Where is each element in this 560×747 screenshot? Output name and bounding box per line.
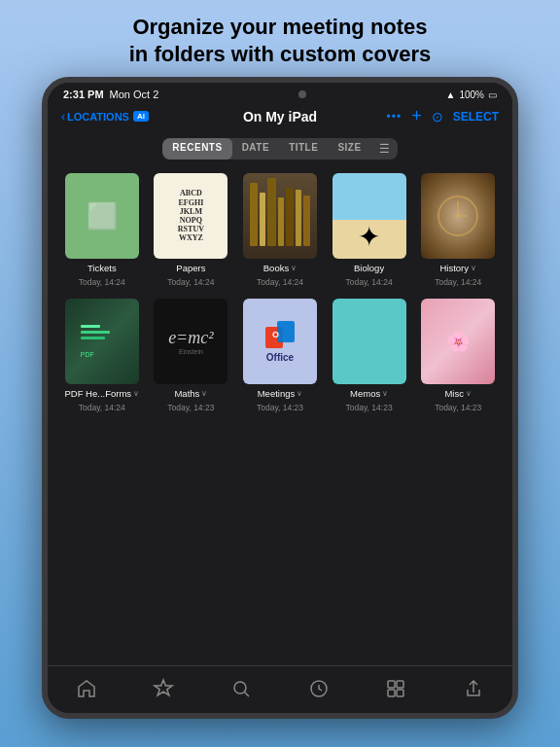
headline-line2: in folders with custom covers [129,42,432,66]
chevron-down-icon: ∨ [466,389,472,398]
home-icon [76,678,97,699]
clock-icon [308,678,330,699]
chevron-down-icon: ∨ [297,389,302,398]
book-spine [286,188,294,246]
file-cover-misc: 🌸 [421,299,495,384]
svg-point-3 [456,214,460,218]
clock-svg [434,187,482,245]
sort-tab-size[interactable]: SIZE [328,138,370,160]
file-cover-biology: ✦ [332,173,406,259]
tab-recent[interactable] [299,674,338,703]
office-logo-svg: O [265,321,295,350]
top-nav: ‹ LOCATIONS AI On My iPad ••• + ⊙ SELECT [48,102,512,130]
ai-badge[interactable]: AI [133,111,149,122]
sort-tab-title[interactable]: TITLE [279,138,328,160]
einstein-formula: e=mc² [168,329,214,346]
svg-point-7 [234,682,246,694]
tab-favorites[interactable] [144,674,183,703]
office-logo: O Office [265,321,295,363]
more-button[interactable]: ••• [387,110,402,124]
file-name: Meetings [258,388,296,399]
grid-icon [385,678,406,699]
flower-emoji: 🌸 [446,329,471,354]
einstein-label: Einstein [179,348,203,355]
file-date: Today, 14:24 [167,277,214,287]
pdf-line [81,331,110,334]
headline: Organize your meeting notes in folders w… [110,0,451,77]
file-date: Today, 14:24 [435,277,481,287]
file-name: Biology [354,263,384,273]
chevron-down-icon: ∨ [471,264,476,272]
options-button[interactable]: ⊙ [432,109,443,124]
tab-search[interactable] [222,674,261,703]
file-date: Today, 14:23 [346,403,393,412]
svg-line-8 [245,693,250,697]
book-spine [260,193,265,246]
office-text: Office [266,352,294,363]
list-item[interactable]: Books ∨ Today, 14:24 [241,173,319,287]
file-cover-maths: e=mc² Einstein [154,299,228,384]
file-cover-memos [332,299,406,384]
file-name: Misc [444,388,464,399]
sort-tab-date[interactable]: DATE [232,138,279,160]
add-button[interactable]: + [411,106,422,126]
svg-rect-11 [397,681,403,688]
select-button[interactable]: SELECT [453,110,499,124]
pdf-label: PDF [81,351,94,358]
file-date: Today, 14:24 [79,403,125,412]
tab-share[interactable] [454,674,493,703]
file-cover-history [421,173,495,259]
device-frame: 2:31 PM Mon Oct 2 ▲ 100% ▭ ‹ LOCATIONS A… [42,77,518,719]
folder-icon: ⬜ [87,201,118,231]
file-date: Today, 14:24 [346,277,393,287]
file-name: Maths [174,388,199,399]
file-name: Tickets [88,263,117,273]
status-bar: 2:31 PM Mon Oct 2 ▲ 100% ▭ [48,83,512,102]
file-name: Books [263,263,289,273]
sort-tab-recents[interactable]: RECENTS [162,138,231,160]
papers-text: ABCDEFGHIJKLMNOPQRSTUVWXYZ [178,189,204,242]
battery-label: 100% [459,89,484,100]
file-name: Papers [176,263,205,273]
tab-home[interactable] [67,674,106,703]
file-date: Today, 14:23 [257,403,303,412]
chevron-down-icon: ∨ [382,389,388,398]
tab-bar [48,665,512,713]
search-icon [230,678,252,699]
svg-text:O: O [272,330,279,339]
nav-title: On My iPad [207,109,353,124]
svg-rect-5 [277,321,295,342]
list-item[interactable]: ⬜ Tickets Today, 14:24 [63,173,141,287]
list-item[interactable]: ✦ Biology Today, 14:24 [331,173,408,287]
file-date: Today, 14:23 [167,403,214,412]
list-item[interactable]: Memos ∨ Today, 14:23 [331,299,408,412]
status-icons: ▲ 100% ▭ [446,89,497,100]
list-item[interactable]: e=mc² Einstein Maths ∨ Today, 14:23 [153,299,230,412]
files-grid: ⬜ Tickets Today, 14:24 ABCDEFGHIJKLMNOPQ… [48,165,512,428]
tab-browse[interactable] [376,674,415,703]
sort-tab-list[interactable]: ☰ [371,138,398,160]
chevron-down-icon: ∨ [133,389,139,398]
book-spine [278,197,284,246]
sort-tabs: RECENTS DATE TITLE SIZE ☰ [162,138,397,160]
list-item[interactable]: History ∨ Today, 14:24 [419,173,497,287]
file-cover-books [243,173,317,259]
file-name: History [439,263,469,273]
file-cover-pdf: PDF [65,299,139,384]
file-name: PDF He...Forms [64,388,131,399]
list-item[interactable]: PDF PDF He...Forms ∨ Today, 14:24 [63,299,141,412]
nav-right: ••• + ⊙ SELECT [353,106,499,126]
file-name: Memos [350,388,380,399]
nav-left: ‹ LOCATIONS AI [61,110,207,124]
file-date: Today, 14:24 [257,277,303,287]
list-item[interactable]: 🌸 Misc ∨ Today, 14:23 [419,299,497,412]
nav-back-button[interactable]: ‹ LOCATIONS [61,110,129,124]
list-item[interactable]: ABCDEFGHIJKLMNOPQRSTUVWXYZ Papers Today,… [153,173,230,287]
svg-rect-12 [388,690,395,696]
file-date: Today, 14:24 [79,277,125,287]
back-chevron-icon: ‹ [61,110,65,124]
list-item[interactable]: O Office Meetings ∨ Today, 14:23 [241,299,319,412]
chevron-down-icon: ∨ [291,264,297,272]
sort-bar: RECENTS DATE TITLE SIZE ☰ [48,130,512,165]
starfish-icon: ✦ [358,221,380,253]
